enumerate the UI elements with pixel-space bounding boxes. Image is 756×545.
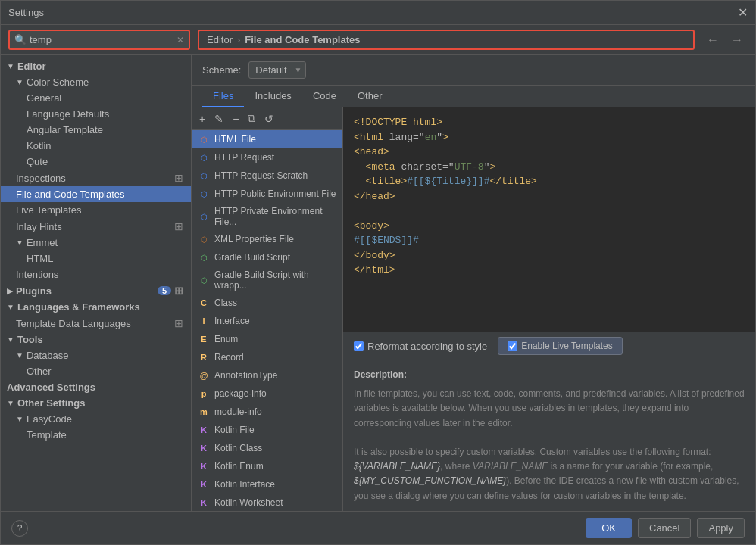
ok-button[interactable]: OK xyxy=(586,518,632,538)
scheme-select-wrapper: Default Project xyxy=(248,61,306,79)
tab-files[interactable]: Files xyxy=(202,86,244,107)
add-template-button[interactable]: + xyxy=(196,111,208,126)
sidebar-item-qute[interactable]: Qute xyxy=(1,154,191,170)
code-line xyxy=(354,204,745,219)
sidebar-item-color-scheme[interactable]: ▼ Color Scheme xyxy=(1,74,191,90)
file-icon: C xyxy=(198,297,210,309)
reformat-checkbox-label[interactable]: Reformat according to style xyxy=(354,341,487,352)
sidebar-item-file-and-code-templates[interactable]: File and Code Templates xyxy=(1,186,191,202)
sidebar-item-template[interactable]: Template xyxy=(1,427,191,443)
list-item[interactable]: K Kotlin Interface xyxy=(192,475,342,494)
list-item[interactable]: E Enum xyxy=(192,330,342,348)
sidebar-item-kotlin[interactable]: Kotlin xyxy=(1,138,191,154)
list-item[interactable]: I Interface xyxy=(192,312,342,330)
sidebar-item-database[interactable]: ▼ Database xyxy=(1,347,191,363)
description-label: Description: xyxy=(354,368,745,382)
sidebar-item-advanced-settings[interactable]: Advanced Settings xyxy=(1,379,191,395)
file-icon: E xyxy=(198,333,210,345)
copy-template-button[interactable]: ⧉ xyxy=(245,111,258,126)
list-item[interactable]: K Kotlin Enum xyxy=(192,457,342,475)
bottom-bar: ? OK Cancel Apply xyxy=(1,511,755,544)
list-item[interactable]: ⬡ HTTP Private Environment File... xyxy=(192,203,342,230)
tab-other[interactable]: Other xyxy=(347,86,393,107)
sidebar-item-angular-template[interactable]: Angular Template xyxy=(1,122,191,138)
sidebar-item-other[interactable]: Other xyxy=(1,363,191,379)
nav-arrows: ← → xyxy=(702,32,748,48)
file-icon: K xyxy=(198,424,210,436)
remove-template-button[interactable]: − xyxy=(230,111,242,126)
sidebar-item-inspections[interactable]: Inspections ⊞ xyxy=(1,170,191,186)
bottom-left: ? xyxy=(11,520,28,537)
apply-button[interactable]: Apply xyxy=(697,518,745,538)
scheme-select[interactable]: Default Project xyxy=(248,61,306,79)
enable-live-templates-button[interactable]: Enable Live Templates xyxy=(498,337,623,355)
forward-button[interactable]: → xyxy=(726,32,748,48)
code-line: <title>#[[${Title}]]#</title> xyxy=(354,174,745,189)
reset-template-button[interactable]: ↺ xyxy=(261,111,276,126)
breadcrumb-separator: › xyxy=(237,34,240,45)
list-item[interactable]: ⬡ HTML File xyxy=(192,130,342,148)
help-button[interactable]: ? xyxy=(11,520,28,537)
list-item[interactable]: m module-info xyxy=(192,403,342,421)
sidebar: ▼ Editor ▼ Color Scheme General Language… xyxy=(1,55,192,511)
sidebar-item-plugins[interactable]: ▶ Plugins 5 ⊞ xyxy=(1,282,191,299)
sidebar-item-general[interactable]: General xyxy=(1,90,191,106)
tab-includes[interactable]: Includes xyxy=(244,86,301,107)
code-line: </head> xyxy=(354,189,745,204)
template-items-list: ⬡ HTML File ⬡ HTTP Request ⬡ HTTP Reques… xyxy=(192,130,342,511)
sidebar-item-tools[interactable]: ▼ Tools xyxy=(1,332,191,347)
enable-live-checkbox[interactable] xyxy=(508,341,517,351)
search-input[interactable] xyxy=(10,31,189,48)
close-button[interactable]: ✕ xyxy=(738,5,748,20)
list-item[interactable]: ⬡ HTTP Request xyxy=(192,148,342,167)
list-item[interactable]: ⬡ HTTP Public Environment File xyxy=(192,185,342,203)
template-list: + ✎ − ⧉ ↺ ⬡ HTML File ⬡ HTTP Reques xyxy=(192,107,343,511)
list-item[interactable]: @ AnnotationType xyxy=(192,366,342,385)
back-button[interactable]: ← xyxy=(702,32,723,48)
sidebar-item-inlay-hints[interactable]: Inlay Hints ⊞ xyxy=(1,218,191,235)
list-item[interactable]: K Kotlin File xyxy=(192,421,342,439)
file-icon: I xyxy=(198,315,210,327)
list-item[interactable]: ⬡ Gradle Build Script with wrapp... xyxy=(192,266,342,294)
file-icon: R xyxy=(198,351,210,363)
sidebar-item-easycode[interactable]: ▼ EasyCode xyxy=(1,411,191,427)
search-clear-icon[interactable]: ✕ xyxy=(177,35,184,45)
code-editor[interactable]: <!DOCTYPE html> <html lang="en"> <head> … xyxy=(343,107,755,332)
list-item[interactable]: ⬡ HTTP Request Scratch xyxy=(192,167,342,185)
sidebar-item-emmet[interactable]: ▼ Emmet xyxy=(1,235,191,251)
sidebar-item-live-templates[interactable]: Live Templates xyxy=(1,202,191,218)
file-icon: ⬡ xyxy=(198,170,210,182)
file-icon: K xyxy=(198,497,210,509)
sidebar-item-other-settings[interactable]: ▼ Other Settings xyxy=(1,395,191,411)
breadcrumb: Editor › File and Code Templates xyxy=(198,30,695,50)
code-line: <head> xyxy=(354,145,745,160)
tab-code[interactable]: Code xyxy=(302,86,347,107)
bottom-right: OK Cancel Apply xyxy=(586,518,745,538)
file-icon: ⬡ xyxy=(198,233,210,245)
list-item[interactable]: ⬡ XML Properties File xyxy=(192,230,342,248)
search-breadcrumb-bar: 🔍 ✕ Editor › File and Code Templates ← → xyxy=(1,25,755,55)
scheme-bar: Scheme: Default Project xyxy=(192,55,755,86)
code-line: <html lang="en"> xyxy=(354,130,745,145)
file-icon: ⬡ xyxy=(198,133,210,145)
list-item[interactable]: K Kotlin Class xyxy=(192,439,342,457)
list-item[interactable]: C Class xyxy=(192,294,342,312)
breadcrumb-current: File and Code Templates xyxy=(245,34,360,45)
edit-template-button[interactable]: ✎ xyxy=(211,111,226,126)
list-item[interactable]: ⬡ Gradle Build Script xyxy=(192,248,342,266)
reformat-checkbox[interactable] xyxy=(354,341,364,351)
file-icon: ⬡ xyxy=(198,151,210,164)
sidebar-item-languages-frameworks[interactable]: ▼ Languages & Frameworks xyxy=(1,299,191,315)
list-item[interactable]: R Record xyxy=(192,348,342,366)
list-item[interactable]: K Kotlin Worksheet xyxy=(192,494,342,511)
list-item[interactable]: p package-info xyxy=(192,385,342,403)
sidebar-item-template-data-languages[interactable]: Template Data Languages ⊞ xyxy=(1,315,191,332)
file-icon: K xyxy=(198,478,210,490)
sidebar-item-intentions[interactable]: Intentions xyxy=(1,266,191,282)
file-icon: p xyxy=(198,388,210,400)
cancel-button[interactable]: Cancel xyxy=(638,518,691,538)
search-icon: 🔍 xyxy=(14,34,27,45)
sidebar-item-language-defaults[interactable]: Language Defaults xyxy=(1,106,191,122)
sidebar-item-editor[interactable]: ▼ Editor xyxy=(1,58,191,74)
sidebar-item-html[interactable]: HTML xyxy=(1,251,191,266)
